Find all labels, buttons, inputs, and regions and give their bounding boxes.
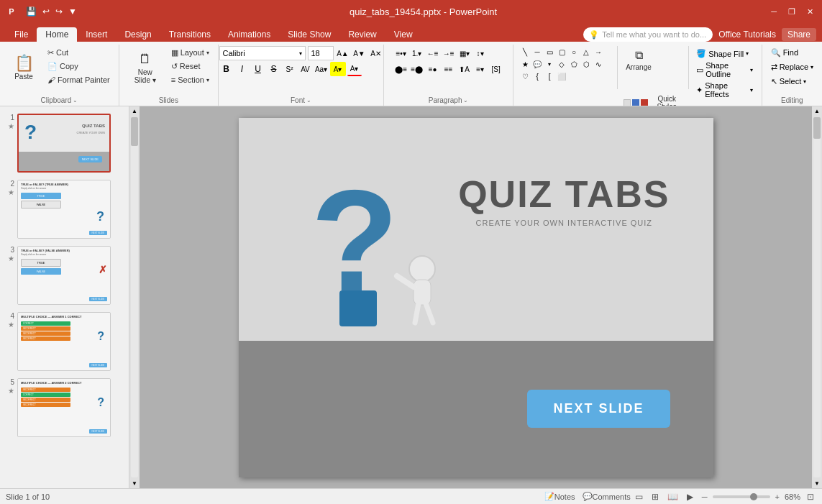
shape-hexagon[interactable]: ⬡	[580, 58, 592, 70]
slide-5-thumbnail[interactable]: MULTIPLE CHOICE — ANSWER 2 CORRECT INCOR…	[17, 378, 111, 437]
layout-button[interactable]: ▦ Layout ▾	[168, 46, 212, 59]
scroll-right-bottom-button[interactable]: ▼	[813, 479, 821, 488]
paste-button[interactable]: 📋 Paste	[6, 46, 42, 89]
align-left-button[interactable]: ⬤≡	[394, 62, 408, 76]
align-center-button[interactable]: ≡⬤	[410, 62, 424, 76]
zoom-slider[interactable]	[713, 495, 770, 498]
vertical-scrollbar-track[interactable]	[131, 117, 138, 477]
cut-button[interactable]: ✂ Cut	[45, 46, 113, 59]
shape-line[interactable]: ╲	[519, 46, 531, 58]
replace-button[interactable]: ⇄ Replace ▾	[768, 60, 816, 73]
shape-effects-button[interactable]: ✦ Shape Effects ▾	[693, 80, 755, 100]
slide-thumb-1[interactable]: 1 ★ ? QUIZ TABS CREATE YOUR OWN NEXT SLI…	[3, 112, 126, 174]
align-right-button[interactable]: ≡●	[426, 62, 440, 76]
minimize-button[interactable]: ─	[768, 6, 780, 17]
shape-diamond[interactable]: ◇	[556, 58, 567, 70]
slide-thumb-3[interactable]: 3 ★ TRUE or FALSE? (FALSE ANSWER) Simply…	[3, 244, 126, 306]
numbered-list-button[interactable]: 1.▾	[410, 46, 424, 60]
shape-callout[interactable]: 💬	[531, 58, 543, 70]
quick-styles-button[interactable]: Quick Styles	[622, 92, 684, 106]
shape-fill-dropdown-icon[interactable]: ▾	[746, 50, 749, 57]
decrease-font-button[interactable]: A▼	[352, 46, 367, 60]
find-button[interactable]: 🔍 Find	[768, 46, 801, 59]
slide-2-thumbnail[interactable]: TRUE or FALSE? (TRUE ANSWER) Simply clic…	[17, 180, 111, 239]
reading-view-button[interactable]: 📖	[665, 491, 680, 503]
notes-button[interactable]: 📝 Notes	[542, 491, 577, 502]
columns-button[interactable]: ▦▾	[457, 46, 472, 60]
reset-button[interactable]: ↺ Reset	[168, 60, 212, 73]
slide-thumb-5[interactable]: 5 ★ MULTIPLE CHOICE — ANSWER 2 CORRECT I…	[3, 377, 126, 439]
scroll-bottom-button[interactable]: ▼	[130, 479, 139, 488]
clear-format-button[interactable]: A✕	[369, 46, 383, 60]
tab-transitions[interactable]: Transitions	[160, 27, 219, 42]
text-highlight-button[interactable]: A▾	[330, 62, 346, 76]
shape-arrow[interactable]: →	[593, 46, 604, 58]
slide-thumb-4[interactable]: 4 ★ MULTIPLE CHOICE — ANSWER 1 CORRECT C…	[3, 311, 126, 372]
slide-4-thumbnail[interactable]: MULTIPLE CHOICE — ANSWER 1 CORRECT CORRE…	[17, 312, 111, 371]
slide-sorter-button[interactable]: ⊞	[649, 491, 661, 503]
increase-font-button[interactable]: A▲	[336, 46, 350, 60]
shape-heart[interactable]: ♡	[519, 70, 531, 82]
fit-to-window-button[interactable]: ⊡	[805, 491, 816, 503]
text-direction-button[interactable]: ⬆A	[457, 62, 472, 76]
zoom-out-button[interactable]: ─	[700, 492, 710, 502]
zoom-in-button[interactable]: +	[773, 492, 782, 502]
tab-file[interactable]: File	[6, 27, 37, 42]
shape-triangle[interactable]: △	[580, 46, 592, 58]
shape-outline-button[interactable]: ▭ Shape Outline ▾	[693, 60, 755, 80]
new-slide-button[interactable]: 🗒 NewSlide ▾	[125, 46, 165, 89]
select-button[interactable]: ↖ Select ▾	[768, 75, 810, 88]
underline-button[interactable]: U	[251, 62, 265, 76]
slide-thumb-2[interactable]: 2 ★ TRUE or FALSE? (TRUE ANSWER) Simply …	[3, 178, 126, 240]
right-scrollbar-track[interactable]	[813, 117, 821, 477]
clipboard-expand-icon[interactable]: ⌄	[73, 97, 78, 104]
slide-1-thumbnail[interactable]: ? QUIZ TABS CREATE YOUR OWN NEXT SLIDE	[17, 114, 111, 173]
tab-animations[interactable]: Animations	[219, 27, 279, 42]
font-color-button[interactable]: A▾	[347, 62, 362, 76]
shape-more[interactable]: ▾	[544, 58, 555, 70]
shape-oval[interactable]: ○	[568, 46, 580, 58]
shape-star[interactable]: ★	[519, 58, 531, 70]
tab-review[interactable]: Review	[339, 27, 385, 42]
shape-bracket[interactable]: [	[544, 70, 555, 82]
main-slide-canvas[interactable]: ? QUIZ T	[239, 118, 713, 477]
tab-design[interactable]: Design	[116, 27, 160, 42]
next-slide-button[interactable]: NEXT SLIDE	[527, 390, 670, 428]
bold-button[interactable]: B	[219, 62, 234, 76]
shape-effects-dropdown-icon[interactable]: ▾	[750, 87, 753, 93]
restore-button[interactable]: ❐	[785, 6, 798, 18]
slide-3-thumbnail[interactable]: TRUE or FALSE? (FALSE ANSWER) Simply cli…	[17, 246, 111, 305]
font-size-selector[interactable]: 18	[308, 46, 334, 60]
tab-home[interactable]: Home	[37, 27, 77, 42]
italic-button[interactable]: I	[235, 62, 250, 76]
shape-curved[interactable]: ∿	[593, 58, 604, 70]
close-button[interactable]: ✕	[804, 6, 816, 18]
tab-slideshow[interactable]: Slide Show	[279, 27, 339, 42]
shape-flow[interactable]: ⬜	[556, 70, 567, 82]
justify-button[interactable]: ≡≡	[442, 62, 456, 76]
paragraph-expand-icon[interactable]: ⌄	[463, 97, 468, 104]
bullet-list-button[interactable]: ≡•▾	[394, 46, 408, 60]
arrange-button[interactable]: ⧉ Arrange	[622, 46, 655, 89]
font-expand-icon[interactable]: ⌄	[306, 97, 311, 104]
smartart-button[interactable]: [S]	[489, 62, 503, 76]
font-name-selector[interactable]: Calibri ▾	[219, 46, 306, 60]
normal-view-button[interactable]: ▭	[633, 491, 645, 503]
shape-brace[interactable]: {	[531, 70, 543, 82]
undo-icon[interactable]: ↩	[41, 5, 51, 18]
copy-button[interactable]: 📄 Copy	[45, 60, 113, 73]
indent-increase-button[interactable]: →≡	[442, 46, 456, 60]
tell-me-input[interactable]: 💡 Tell me what you want to do...	[583, 27, 713, 42]
tab-view[interactable]: View	[385, 27, 421, 42]
redo-icon[interactable]: ↪	[54, 5, 64, 18]
slide-panel[interactable]: 1 ★ ? QUIZ TABS CREATE YOUR OWN NEXT SLI…	[0, 106, 129, 488]
indent-decrease-button[interactable]: ←≡	[426, 46, 440, 60]
shape-rounded-rect[interactable]: ▢	[556, 46, 567, 58]
shape-line2[interactable]: ─	[531, 46, 543, 58]
format-painter-button[interactable]: 🖌 Format Painter	[45, 73, 113, 86]
office-tutorials-link[interactable]: Office Tutorials	[718, 29, 776, 40]
comments-button[interactable]: 💬 Comments	[580, 491, 633, 502]
save-icon[interactable]: 💾	[24, 5, 38, 18]
font-case-button[interactable]: Aa▾	[314, 62, 329, 76]
shape-pentagon[interactable]: ⬠	[568, 58, 580, 70]
